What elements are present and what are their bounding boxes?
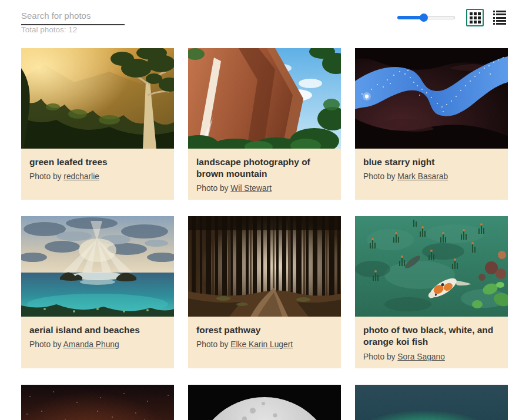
grid-view-icon: [470, 12, 481, 23]
photo-byline: Photo by Sora Sagano: [363, 352, 500, 361]
list-view-button[interactable]: [493, 9, 507, 26]
photo-title: blue starry night: [363, 156, 500, 168]
photo-by-label: Photo by: [29, 172, 63, 181]
photo-card: [355, 385, 508, 420]
photo-byline: Photo by Elke Karin Lugert: [196, 340, 333, 349]
photo-caption: aerial island and beaches Photo by Amand…: [21, 317, 174, 368]
photo-thumbnail[interactable]: [21, 216, 174, 317]
thumbnail-size-slider[interactable]: [397, 13, 455, 22]
photo-byline: Photo by Wil Stewart: [196, 184, 333, 193]
photo-thumbnail[interactable]: [188, 48, 341, 149]
photo-thumbnail[interactable]: [355, 385, 508, 420]
photo-author-link[interactable]: Amanda Phung: [63, 340, 119, 349]
photo-title: green leafed trees: [29, 156, 166, 168]
photo-caption: forest pathway Photo by Elke Karin Luger…: [188, 317, 341, 368]
grid-view-button[interactable]: [466, 9, 484, 26]
photo-card: [188, 385, 341, 420]
photo-thumbnail[interactable]: [188, 216, 341, 317]
photo-title: landscape photography of brown mountain: [196, 156, 333, 180]
photo-caption: blue starry night Photo by Mark Basarab: [355, 149, 508, 200]
slider-thumb[interactable]: [420, 14, 428, 22]
photo-title: photo of two black, white, and orange ko…: [363, 324, 500, 348]
photo-card: photo of two black, white, and orange ko…: [355, 216, 508, 368]
photo-thumbnail[interactable]: [21, 48, 174, 149]
photo-by-label: Photo by: [196, 184, 230, 193]
photo-caption: landscape photography of brown mountain …: [188, 149, 341, 200]
photo-gallery-page: Total photos: 12: [0, 0, 529, 420]
photo-card: landscape photography of brown mountain …: [188, 48, 341, 200]
photo-author-link[interactable]: Sora Sagano: [397, 352, 445, 361]
list-view-icon: [493, 11, 506, 12]
photo-caption: green leafed trees Photo by redcharlie: [21, 149, 174, 200]
photo-byline: Photo by redcharlie: [29, 172, 166, 181]
photo-author-link[interactable]: Wil Stewart: [230, 184, 272, 193]
photo-byline: Photo by Mark Basarab: [363, 172, 500, 181]
photo-by-label: Photo by: [363, 172, 397, 181]
photo-card: green leafed trees Photo by redcharlie: [21, 48, 174, 200]
photo-by-label: Photo by: [29, 340, 63, 349]
photo-caption: photo of two black, white, and orange ko…: [355, 317, 508, 368]
photo-thumbnail[interactable]: [355, 48, 508, 149]
photo-title: forest pathway: [196, 324, 333, 336]
photo-byline: Photo by Amanda Phung: [29, 340, 166, 349]
photo-author-link[interactable]: redcharlie: [63, 172, 99, 181]
photo-thumbnail[interactable]: [355, 216, 508, 317]
photo-card: aerial island and beaches Photo by Amand…: [21, 216, 174, 368]
photo-author-link[interactable]: Mark Basarab: [397, 172, 448, 181]
photo-card: forest pathway Photo by Elke Karin Luger…: [188, 216, 341, 368]
photo-grid: green leafed trees Photo by redcharlie: [21, 48, 508, 420]
photo-thumbnail[interactable]: [188, 385, 341, 420]
photo-by-label: Photo by: [196, 340, 230, 349]
total-photos-label: Total photos: 12: [21, 25, 77, 34]
search-field-wrap: [21, 9, 125, 25]
search-input[interactable]: [21, 9, 125, 25]
photo-by-label: Photo by: [363, 352, 397, 361]
header-controls: [397, 8, 507, 28]
photo-title: aerial island and beaches: [29, 324, 166, 336]
photo-card: [21, 385, 174, 420]
photo-thumbnail[interactable]: [21, 385, 174, 420]
photo-card: blue starry night Photo by Mark Basarab: [355, 48, 508, 200]
photo-author-link[interactable]: Elke Karin Lugert: [230, 340, 293, 349]
